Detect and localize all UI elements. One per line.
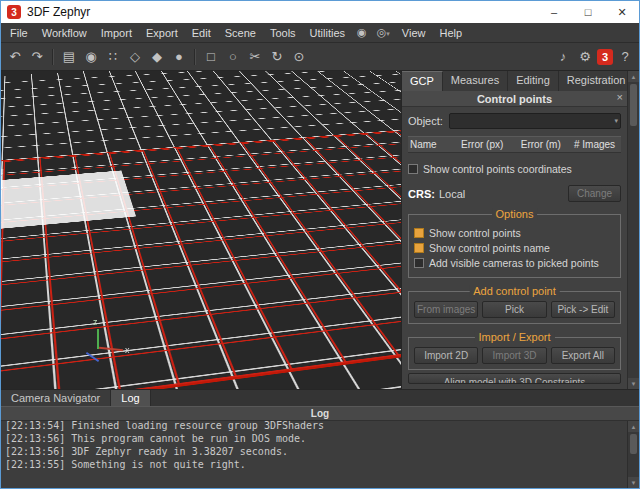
menu-edit[interactable]: Edit: [185, 25, 218, 41]
tab-gcp[interactable]: GCP: [402, 71, 443, 91]
scroll-down-icon[interactable]: ▼: [628, 477, 639, 488]
redo-icon[interactable]: ↷: [27, 47, 47, 67]
menu-export[interactable]: Export: [139, 25, 185, 41]
show-control-points-checkbox[interactable]: [414, 228, 424, 238]
export-all-button[interactable]: Export All: [551, 347, 615, 364]
menu-tools[interactable]: Tools: [263, 25, 303, 41]
menu-scene[interactable]: Scene: [218, 25, 263, 41]
tab-log[interactable]: Log: [111, 390, 150, 406]
camera-menu-icon[interactable]: ◉: [352, 26, 372, 39]
column-name[interactable]: Name: [408, 139, 459, 150]
app-logo-icon: 3: [7, 5, 21, 19]
options-title: Options: [492, 208, 538, 220]
log-line: [22:13:55] Something is not quite right.: [5, 458, 623, 471]
tab-registration[interactable]: Registration: [559, 71, 635, 91]
import-export-title: Import / Export: [474, 331, 554, 343]
select-lasso-icon[interactable]: ○: [223, 47, 243, 67]
log-line: [22:13:56] 3DF Zephyr ready in 3.38207 s…: [5, 445, 623, 458]
zoom-icon[interactable]: ⊙: [289, 47, 309, 67]
column-error-px[interactable]: Error (px): [459, 139, 519, 150]
cameras-icon[interactable]: ◉: [81, 47, 101, 67]
import-3d-button[interactable]: Import 3D: [482, 347, 546, 364]
tab-editing[interactable]: Editing: [508, 71, 559, 91]
scroll-down-icon[interactable]: ▼: [628, 378, 639, 389]
sphere-icon[interactable]: ●: [169, 47, 189, 67]
scrollbar-thumb[interactable]: [630, 84, 637, 126]
menu-view[interactable]: View: [395, 25, 433, 41]
change-crs-button[interactable]: Change: [568, 185, 621, 202]
textured-mesh-icon[interactable]: ◆: [147, 47, 167, 67]
show-control-points-name-row: Show control points name: [414, 242, 615, 254]
options-groupbox: Options Show control points Show control…: [408, 214, 621, 278]
pick-edit-button[interactable]: Pick -> Edit: [551, 301, 615, 318]
right-panel-tabs: GCP Measures Editing Registration: [402, 71, 627, 91]
title-bar: 3 3DF Zephyr – □ ✕: [1, 1, 639, 23]
toolbar-right-group: ♪ ⚙ 3 ?: [553, 47, 635, 67]
mesh-icon[interactable]: ◇: [125, 47, 145, 67]
toolbar-separator: [52, 49, 54, 65]
pick-button[interactable]: Pick: [482, 301, 546, 318]
menu-workflow[interactable]: Workflow: [35, 25, 94, 41]
menu-import[interactable]: Import: [94, 25, 139, 41]
menu-utilities[interactable]: Utilities: [303, 25, 352, 41]
object-label: Object:: [408, 115, 443, 127]
minimize-button[interactable]: –: [537, 1, 571, 23]
select-rect-icon[interactable]: □: [201, 47, 221, 67]
brand-icon[interactable]: 3: [597, 49, 613, 65]
log-scrollbar[interactable]: ▲ ▼: [627, 421, 639, 488]
sound-icon[interactable]: ♪: [553, 47, 573, 67]
show-coordinates-checkbox[interactable]: [408, 164, 418, 174]
help-icon[interactable]: ?: [615, 47, 635, 67]
scrollbar-thumb[interactable]: [630, 434, 637, 454]
log-line: [22:13:54] Finished loading resource gro…: [5, 419, 623, 432]
3d-viewport[interactable]: z x: [1, 71, 401, 389]
tab-measures[interactable]: Measures: [443, 71, 508, 91]
scrollbar-track[interactable]: [628, 432, 639, 477]
scroll-up-icon[interactable]: ▲: [628, 421, 639, 432]
show-coordinates-row: Show control points coordinates: [408, 163, 621, 175]
rotate-view-icon[interactable]: ↻: [267, 47, 287, 67]
axis-x-label: x: [125, 345, 130, 355]
workspace-icon[interactable]: ▤: [59, 47, 79, 67]
from-images-button[interactable]: From images: [414, 301, 478, 318]
cut-icon[interactable]: ✂: [245, 47, 265, 67]
show-control-points-name-checkbox[interactable]: [414, 243, 424, 253]
add-visible-cameras-label: Add visible cameras to picked points: [429, 257, 599, 269]
red-grid-region: [1, 122, 401, 389]
undo-icon[interactable]: ↶: [5, 47, 25, 67]
column-images[interactable]: # Images: [572, 139, 621, 150]
align-model-button[interactable]: Align model with 3D Constraints: [408, 373, 621, 384]
right-panel: GCP Measures Editing Registration Contro…: [401, 71, 639, 389]
magnifier-menu-icon[interactable]: ◎▾: [372, 26, 395, 39]
control-points-list[interactable]: [408, 153, 621, 160]
grid-plane: [1, 71, 401, 389]
settings-icon[interactable]: ⚙: [575, 47, 595, 67]
right-panel-scrollbar[interactable]: ▲ ▼: [627, 71, 639, 389]
add-control-point-buttons: From images Pick Pick -> Edit: [414, 301, 615, 318]
crs-label: CRS:: [408, 188, 435, 200]
close-button[interactable]: ✕: [605, 1, 639, 23]
import-2d-button[interactable]: Import 2D: [414, 347, 478, 364]
log-content[interactable]: [22:13:54] Finished loading resource gro…: [1, 419, 627, 488]
log-panel: [22:13:54] Finished loading resource gro…: [1, 421, 639, 488]
add-visible-cameras-row: Add visible cameras to picked points: [414, 257, 615, 269]
tab-camera-navigator[interactable]: Camera Navigator: [1, 390, 111, 406]
close-icon[interactable]: ×: [617, 91, 623, 103]
table-header-row: Name Error (px) Error (m) # Images: [408, 136, 621, 153]
point-cloud-icon[interactable]: ∷: [103, 47, 123, 67]
maximize-button[interactable]: □: [571, 1, 605, 23]
menu-help[interactable]: Help: [432, 25, 469, 41]
log-line: [22:13:56] This program cannot be run in…: [5, 432, 623, 445]
crs-value: Local: [439, 188, 465, 200]
tool-bar: ↶ ↷ ▤ ◉ ∷ ◇ ◆ ● □ ○ ✂ ↻ ⊙ ♪ ⚙ 3 ?: [1, 43, 639, 71]
menu-file[interactable]: File: [3, 25, 35, 41]
add-visible-cameras-checkbox[interactable]: [414, 258, 424, 268]
show-control-points-row: Show control points: [414, 227, 615, 239]
scroll-up-icon[interactable]: ▲: [628, 71, 639, 82]
object-select[interactable]: ▾: [449, 113, 621, 129]
add-control-point-title: Add control point: [469, 285, 560, 297]
show-coordinates-label: Show control points coordinates: [423, 163, 572, 175]
column-error-m[interactable]: Error (m): [519, 139, 572, 150]
scrollbar-track[interactable]: [628, 82, 639, 378]
control-points-title: Control points: [477, 93, 552, 105]
